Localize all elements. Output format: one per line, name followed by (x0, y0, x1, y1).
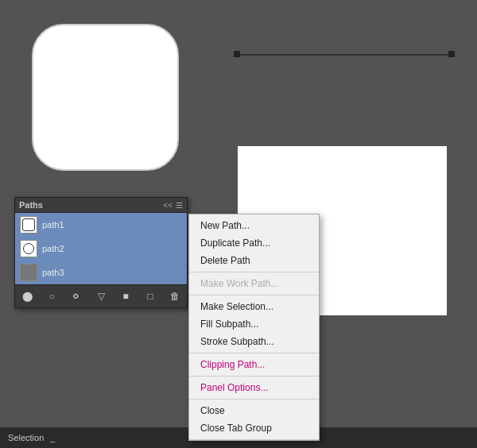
menu-close-tab-group[interactable]: Close Tab Group (189, 419, 319, 437)
fill-path-icon[interactable]: ⬤ (20, 289, 34, 303)
path-thumbnail-2 (20, 240, 37, 257)
panel-toolbar: ⬤ ○ ⭘ ▽ ■ □ 🗑 (15, 284, 187, 307)
load-path-icon[interactable]: ⭘ (69, 289, 83, 303)
rounded-rect-shape (32, 24, 179, 171)
menu-clipping-path[interactable]: Clipping Path... (189, 356, 319, 373)
path-name-1: path1 (42, 220, 64, 230)
path-thumb-circle-2 (23, 243, 34, 254)
menu-section-2: Make Work Path... (189, 272, 319, 295)
add-path-icon[interactable]: □ (143, 289, 157, 303)
menu-section-5: Panel Options... (189, 377, 319, 400)
path-name-3: path3 (42, 268, 64, 277)
path-item-2[interactable]: path2 (15, 237, 187, 261)
bottom-selection-label: Selection (8, 433, 44, 442)
menu-fill-subpath[interactable]: Fill Subpath... (189, 315, 319, 333)
panel-menu-icon[interactable]: ☰ (176, 201, 183, 210)
menu-section-4: Clipping Path... (189, 353, 319, 377)
path-thumbnail-1 (20, 216, 37, 234)
panel-collapse-icon[interactable]: << (163, 201, 173, 210)
line-shape (237, 54, 452, 56)
stroke-path-icon[interactable]: ○ (45, 289, 59, 303)
paths-panel: Paths << ☰ path1 path2 path3 (14, 197, 188, 308)
menu-make-selection[interactable]: Make Selection... (189, 298, 319, 315)
path-name-2: path2 (42, 244, 64, 253)
menu-delete-path[interactable]: Delete Path (189, 252, 319, 269)
menu-section-3: Make Selection... Fill Subpath... Stroke… (189, 295, 319, 353)
delete-path-icon[interactable]: 🗑 (168, 289, 182, 303)
menu-section-6: Close Close Tab Group (189, 400, 319, 440)
menu-duplicate-path[interactable]: Duplicate Path... (189, 234, 319, 252)
canvas-area: Paths << ☰ path1 path2 path3 (0, 0, 477, 448)
panel-header-icons: << ☰ (163, 201, 183, 210)
menu-new-path[interactable]: New Path... (189, 217, 319, 234)
menu-close[interactable]: Close (189, 402, 319, 419)
menu-section-1: New Path... Duplicate Path... Delete Pat… (189, 214, 319, 272)
bottom-selection-input[interactable] (50, 433, 114, 442)
menu-make-work-path: Make Work Path... (189, 275, 319, 292)
menu-stroke-subpath[interactable]: Stroke Subpath... (189, 333, 319, 350)
path-item-1[interactable]: path1 (15, 213, 187, 237)
path-thumbnail-3 (20, 264, 37, 281)
new-path-icon[interactable]: ▽ (94, 289, 108, 303)
context-menu: New Path... Duplicate Path... Delete Pat… (188, 214, 320, 441)
menu-panel-options[interactable]: Panel Options... (189, 379, 319, 396)
mask-icon[interactable]: ■ (118, 289, 133, 303)
panel-title: Paths (19, 200, 43, 210)
path-thumb-inner-1 (22, 218, 35, 231)
panel-header: Paths << ☰ (15, 198, 187, 213)
path-item-3[interactable]: path3 (15, 261, 187, 284)
